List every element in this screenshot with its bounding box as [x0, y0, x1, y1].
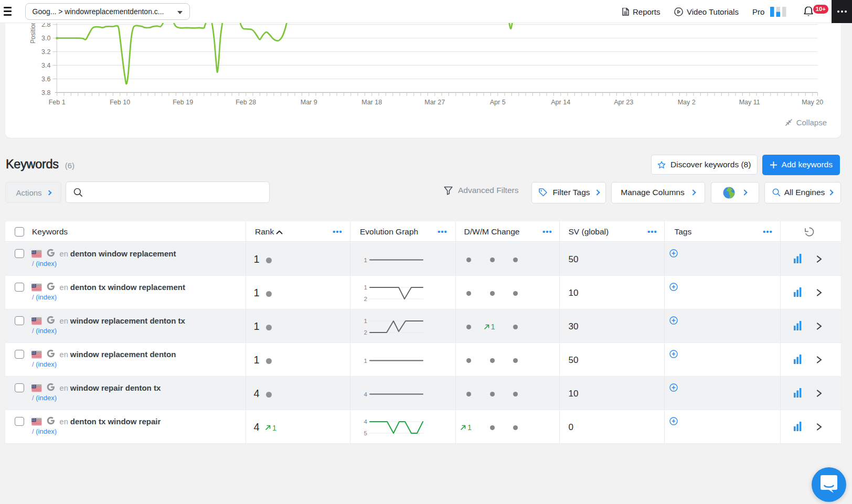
svg-text:5: 5	[364, 430, 367, 436]
svg-text:1: 1	[364, 256, 367, 263]
svg-text:3.0: 3.0	[41, 35, 50, 42]
svg-text:3.2: 3.2	[41, 48, 50, 56]
svg-text:Mar 9: Mar 9	[301, 99, 317, 106]
svg-text:May 11: May 11	[739, 99, 760, 106]
svg-text:May 20: May 20	[802, 99, 823, 106]
svg-text:Feb 19: Feb 19	[173, 99, 193, 106]
svg-text:Feb 10: Feb 10	[110, 99, 130, 106]
svg-text:Apr 5: Apr 5	[490, 99, 506, 106]
svg-text:Mar 18: Mar 18	[361, 99, 382, 106]
svg-text:Position: Position	[29, 21, 37, 44]
svg-text:Feb 1: Feb 1	[49, 99, 66, 106]
svg-text:2: 2	[364, 329, 367, 336]
svg-text:Feb 28: Feb 28	[236, 99, 256, 106]
svg-text:1: 1	[364, 284, 367, 291]
svg-text:3.4: 3.4	[41, 62, 50, 69]
svg-text:2: 2	[364, 296, 367, 302]
svg-text:1: 1	[364, 357, 367, 363]
svg-text:May 2: May 2	[678, 99, 696, 106]
svg-text:Apr 23: Apr 23	[614, 99, 633, 106]
svg-text:Mar 27: Mar 27	[424, 99, 445, 106]
svg-text:1: 1	[364, 318, 367, 324]
svg-text:Apr 14: Apr 14	[551, 99, 570, 106]
svg-text:4: 4	[364, 391, 368, 397]
svg-text:3.8: 3.8	[41, 89, 50, 96]
svg-text:3.6: 3.6	[41, 76, 50, 83]
svg-text:4: 4	[364, 419, 368, 425]
